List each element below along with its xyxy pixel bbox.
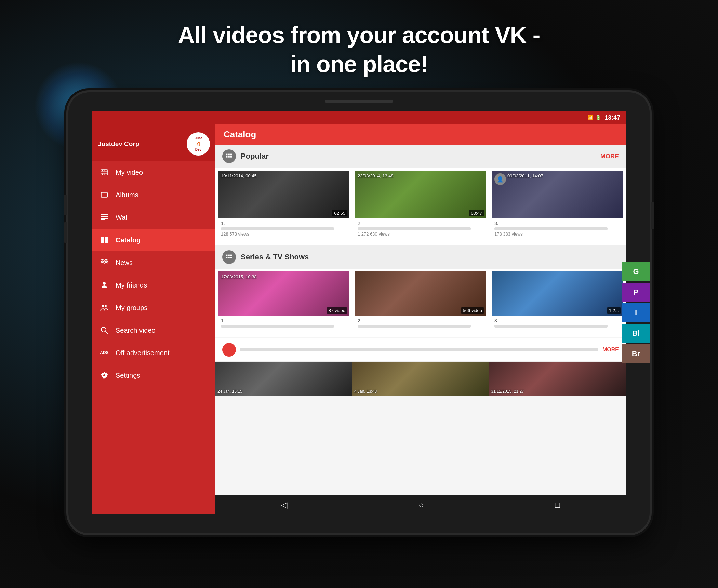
- svg-rect-31: [230, 156, 232, 158]
- power-button[interactable]: [651, 202, 654, 229]
- groups-icon: [99, 303, 109, 313]
- bottom-thumb-3[interactable]: 31/12/2015, 21:27: [489, 362, 626, 396]
- popular-info-1: 1. 128 573 views: [218, 218, 349, 239]
- popular-video-1[interactable]: 10/11/2014, 00:45 02:55 1. 128 573 views: [218, 171, 349, 239]
- series-video-2[interactable]: 566 video 2.: [355, 271, 486, 331]
- bottom-thumb-2[interactable]: 4 Jan, 13:48: [352, 362, 489, 396]
- bottom-thumb-timestamp-2: 4 Jan, 13:48: [354, 389, 377, 394]
- series-section: Series & TV Shows 17/08/2015, 10:38 87 v…: [215, 245, 626, 337]
- promo-avatar: [222, 343, 236, 357]
- popular-title-bar-1: [221, 227, 334, 230]
- popular-duration-2: 00:47: [469, 210, 484, 216]
- popular-video-3[interactable]: 👤 09/03/2011, 14:07 3. 178 383 views: [492, 171, 623, 239]
- news-icon: [99, 257, 109, 268]
- popular-more-button[interactable]: MORE: [600, 153, 619, 160]
- tablet-frame: 📶 🔋 13:47 Justdev Corp Just 4 Dev: [68, 92, 650, 533]
- sidebar: Justdev Corp Just 4 Dev: [92, 124, 215, 514]
- tag-i[interactable]: I: [622, 303, 650, 322]
- svg-rect-17: [105, 237, 108, 240]
- tag-br[interactable]: Br: [622, 344, 650, 363]
- series-icon: [222, 250, 236, 264]
- series-title-bar-1: [221, 325, 334, 328]
- albums-icon: [99, 190, 109, 200]
- promo-more-button[interactable]: MORE: [602, 347, 619, 353]
- svg-rect-7: [104, 174, 105, 175]
- promo-banner: MORE: [215, 338, 626, 362]
- popular-section-header-left: Popular: [222, 149, 269, 163]
- svg-rect-5: [106, 170, 106, 171]
- recent-button[interactable]: □: [545, 497, 570, 512]
- sidebar-nav: My video Albums Wall: [92, 161, 215, 514]
- popular-title-bar-2: [358, 227, 471, 230]
- screen: 📶 🔋 13:47 Justdev Corp Just 4 Dev: [92, 111, 626, 514]
- popular-duration-1: 02:55: [332, 210, 347, 216]
- svg-point-23: [101, 327, 106, 332]
- ads-icon: ADS: [99, 348, 109, 358]
- sidebar-item-news[interactable]: News: [92, 251, 215, 274]
- back-button[interactable]: ◁: [271, 497, 297, 512]
- popular-views-1: 128 573 views: [221, 231, 347, 237]
- sidebar-avatar: Just 4 Dev: [187, 132, 210, 156]
- sidebar-item-search-video[interactable]: Search video: [92, 319, 215, 342]
- series-count-1: 87 video: [327, 307, 347, 314]
- svg-rect-4: [104, 170, 105, 171]
- popular-section-title: Popular: [241, 152, 269, 161]
- sidebar-item-off-advertisement[interactable]: ADS Off advertisement: [92, 342, 215, 364]
- sidebar-item-settings[interactable]: Settings: [92, 364, 215, 387]
- popular-title-bar-3: [494, 227, 608, 230]
- popular-rank-3: 3.: [494, 220, 620, 226]
- tag-g[interactable]: G: [622, 262, 650, 281]
- series-video-1[interactable]: 17/08/2015, 10:38 87 video 1.: [218, 271, 349, 331]
- series-rank-1: 1.: [221, 318, 347, 323]
- headline-line2: in one place!: [178, 50, 540, 79]
- popular-icon: [222, 149, 236, 163]
- status-time: 13:47: [604, 114, 620, 121]
- tag-p[interactable]: P: [622, 283, 650, 302]
- sidebar-item-catalog[interactable]: Catalog: [92, 229, 215, 251]
- svg-rect-29: [226, 156, 228, 158]
- series-video-grid: 17/08/2015, 10:38 87 video 1.: [215, 269, 626, 337]
- tag-bl[interactable]: Bl: [622, 324, 650, 343]
- series-info-2: 2.: [355, 316, 486, 331]
- sidebar-item-search-video-label: Search video: [116, 326, 156, 334]
- svg-rect-36: [228, 257, 230, 258]
- series-section-title: Series & TV Shows: [241, 253, 309, 262]
- series-thumb-2: 566 video: [355, 271, 486, 316]
- sidebar-item-catalog-label: Catalog: [116, 236, 141, 244]
- svg-rect-18: [101, 240, 104, 243]
- sidebar-item-settings-label: Settings: [116, 372, 140, 379]
- sidebar-item-my-video[interactable]: My video: [92, 161, 215, 184]
- sidebar-item-my-groups[interactable]: My groups: [92, 296, 215, 319]
- bottom-thumb-1[interactable]: 24 Jan, 15:15: [215, 362, 352, 396]
- popular-views-3: 178 383 views: [494, 231, 620, 237]
- svg-point-22: [105, 305, 107, 307]
- bottom-nav: ◁ ○ □: [215, 495, 626, 514]
- popular-thumb-1: 10/11/2014, 00:45 02:55: [218, 171, 349, 218]
- svg-rect-30: [228, 156, 230, 158]
- popular-avatar-3: 👤: [494, 173, 506, 185]
- sidebar-item-wall[interactable]: Wall: [92, 206, 215, 229]
- svg-rect-2: [101, 173, 108, 174]
- popular-views-2: 1 272 630 views: [358, 231, 483, 237]
- svg-rect-27: [228, 154, 230, 156]
- svg-rect-13: [101, 216, 108, 217]
- popular-timestamp-3: 09/03/2011, 14:07: [507, 173, 543, 178]
- svg-rect-28: [230, 154, 232, 156]
- vol-up-button[interactable]: [64, 195, 67, 215]
- home-button[interactable]: ○: [408, 497, 434, 512]
- sidebar-item-my-friends[interactable]: My friends: [92, 274, 215, 296]
- promo-text: [240, 348, 598, 351]
- sidebar-item-my-friends-label: My friends: [116, 281, 147, 289]
- popular-video-2[interactable]: 23/08/2014, 13:48 00:47 2. 1 272 630 vie…: [355, 171, 486, 239]
- sidebar-item-ads-label: Off advertisement: [116, 349, 169, 357]
- svg-rect-1: [101, 171, 108, 172]
- sidebar-item-albums[interactable]: Albums: [92, 184, 215, 206]
- wall-icon: [99, 212, 109, 223]
- friends-icon: [99, 280, 109, 290]
- sidebar-item-albums-label: Albums: [116, 191, 138, 199]
- vol-down-button[interactable]: [64, 222, 67, 243]
- series-video-3[interactable]: 1 2... 3.: [492, 271, 623, 331]
- series-thumb-3: 1 2...: [492, 271, 623, 316]
- main-scroll[interactable]: Popular MORE 10/11/2014, 00:45 02:55: [215, 145, 626, 495]
- sidebar-user-name: Justdev Corp: [98, 140, 139, 148]
